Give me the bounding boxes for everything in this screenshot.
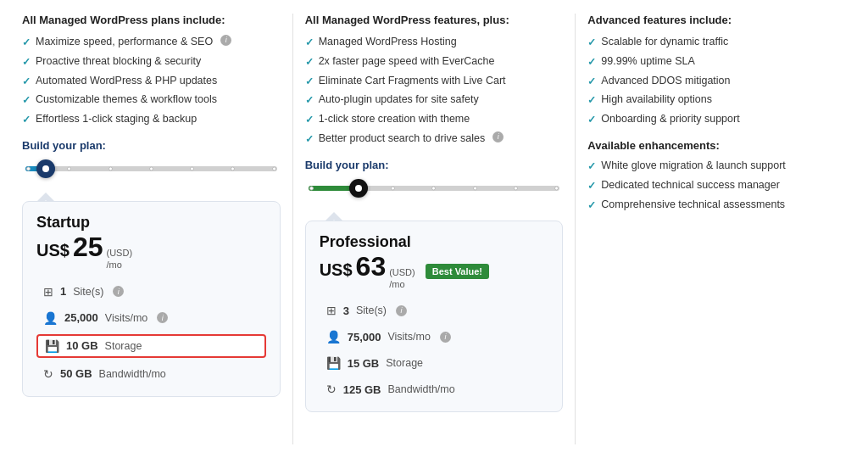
plan-card-wrapper-1: Startup US$ 25 (USD) /mo ⊞ 1 Site(s) i	[22, 193, 281, 397]
check-icon: ✓	[587, 113, 596, 127]
plan-slider-2[interactable]	[309, 180, 560, 197]
list-item: ✓ Scalable for dynamic traffic	[587, 35, 846, 50]
slider-thumb-1[interactable]	[36, 159, 55, 178]
sites-icon: ⊞	[43, 285, 53, 299]
list-item: ✓ Proactive threat blocking & security	[22, 54, 281, 70]
professional-plan-card: Professional US$ 63 (USD) /mo Best Value…	[305, 221, 564, 413]
spec-storage-1: 💾 10 GB Storage	[36, 334, 266, 358]
check-icon: ✓	[22, 55, 31, 70]
col2-section-title: All Managed WordPress features, plus:	[305, 14, 564, 26]
check-icon: ✓	[587, 159, 596, 174]
list-item: ✓ 99.99% uptime SLA	[587, 54, 846, 70]
list-item: ✓ 1-click store creation with theme	[305, 112, 564, 127]
spec-visits-2: 👤 75,000 Visits/mo i	[320, 327, 549, 347]
visits-icon: 👤	[43, 311, 58, 325]
plan-currency-1: US$	[36, 241, 70, 260]
col1-feature-list: ✓ Maximize speed, performance & SEO i ✓ …	[22, 35, 281, 127]
list-item: ✓ 2x faster page speed with EverCache	[305, 54, 564, 70]
check-icon: ✓	[587, 36, 596, 50]
col3-feature-list: ✓ Scalable for dynamic traffic ✓ 99.99% …	[587, 35, 846, 127]
check-icon: ✓	[305, 75, 314, 89]
check-icon: ✓	[587, 55, 596, 70]
enhancements-title: Available enhancements:	[587, 139, 846, 152]
check-icon: ✓	[587, 75, 596, 89]
check-icon: ✓	[587, 93, 596, 108]
spec-bandwidth-1: ↻ 50 GB Bandwidth/mo	[36, 364, 266, 384]
column-managed-wp-features: All Managed WordPress features, plus: ✓ …	[293, 14, 576, 444]
plan-price-meta-2: (USD) /mo	[389, 266, 415, 291]
list-item: ✓ Effortless 1-click staging & backup	[22, 112, 281, 127]
list-item: ✓ Eliminate Cart Fragments with Live Car…	[305, 74, 564, 89]
info-icon[interactable]: i	[157, 312, 168, 323]
check-icon: ✓	[22, 75, 31, 89]
column-advanced: Advanced features include: ✓ Scalable fo…	[576, 14, 858, 444]
check-icon: ✓	[587, 198, 596, 213]
check-icon: ✓	[22, 36, 31, 50]
plan-price-2: 63	[356, 253, 387, 280]
plan-price-1: 25	[73, 233, 103, 260]
info-icon[interactable]: i	[492, 131, 504, 142]
info-icon[interactable]: i	[396, 305, 407, 316]
check-icon: ✓	[22, 113, 31, 127]
col2-feature-list: ✓ Managed WordPress Hosting ✓ 2x faster …	[305, 35, 564, 147]
bandwidth-icon: ↻	[43, 367, 53, 381]
bandwidth-icon: ↻	[326, 383, 337, 396]
storage-icon: 💾	[45, 339, 59, 353]
check-icon: ✓	[22, 93, 31, 108]
list-item: ✓ Comprehensive technical assessments	[587, 198, 846, 213]
list-item: ✓ White glove migration & launch support	[587, 159, 846, 174]
info-icon[interactable]: i	[220, 35, 231, 46]
spec-storage-2: 💾 15 GB Storage	[320, 353, 549, 373]
main-container: All Managed WordPress plans include: ✓ M…	[0, 0, 868, 458]
info-icon[interactable]: i	[113, 286, 124, 297]
list-item: ✓ Automated WordPress & PHP updates	[22, 74, 281, 89]
spec-bandwidth-2: ↻ 125 GB Bandwidth/mo	[320, 379, 549, 399]
list-item: ✓ Maximize speed, performance & SEO i	[22, 35, 281, 50]
check-icon: ✓	[587, 179, 596, 193]
sites-icon: ⊞	[326, 304, 337, 317]
list-item: ✓ Advanced DDOS mitigation	[587, 74, 846, 89]
plan-price-meta-1: (USD) /mo	[107, 247, 133, 271]
build-plan-label-1: Build your plan:	[22, 139, 281, 152]
plan-name-1: Startup	[36, 214, 266, 232]
col3-section-title: Advanced features include:	[587, 14, 846, 26]
best-value-badge: Best Value!	[426, 264, 489, 279]
col1-section-title: All Managed WordPress plans include:	[22, 14, 281, 26]
check-icon: ✓	[305, 36, 314, 50]
list-item: ✓ Onboarding & priority support	[587, 112, 846, 127]
plan-price-row-2: US$ 63 (USD) /mo Best Value!	[320, 253, 549, 291]
plan-specs-1: ⊞ 1 Site(s) i 👤 25,000 Visits/mo i 💾 10 …	[36, 282, 266, 384]
check-icon: ✓	[305, 93, 314, 108]
list-item: ✓ Dedicated technical success manager	[587, 178, 846, 193]
slider-thumb-2[interactable]	[349, 179, 368, 198]
check-icon: ✓	[305, 55, 314, 70]
plan-currency-2: US$	[320, 260, 353, 280]
build-plan-label-2: Build your plan:	[305, 159, 564, 171]
col3-enhancements-list: ✓ White glove migration & launch support…	[587, 159, 846, 212]
list-item: ✓ Auto-plugin updates for site safety	[305, 92, 564, 108]
check-icon: ✓	[305, 132, 314, 147]
storage-icon: 💾	[326, 356, 341, 370]
plan-price-row-1: US$ 25 (USD) /mo	[36, 233, 266, 271]
check-icon: ✓	[305, 113, 314, 127]
visits-icon: 👤	[326, 330, 341, 344]
info-icon[interactable]: i	[440, 332, 451, 343]
plan-slider-1[interactable]	[25, 160, 277, 177]
list-item: ✓ Managed WordPress Hosting	[305, 35, 564, 50]
column-managed-wp: All Managed WordPress plans include: ✓ M…	[10, 14, 293, 444]
spec-sites-2: ⊞ 3 Site(s) i	[320, 300, 549, 321]
list-item: ✓ Customizable themes & workflow tools	[22, 92, 281, 108]
plan-name-2: Professional	[320, 233, 549, 251]
plan-specs-2: ⊞ 3 Site(s) i 👤 75,000 Visits/mo i 💾 15 …	[320, 300, 549, 399]
startup-plan-card: Startup US$ 25 (USD) /mo ⊞ 1 Site(s) i	[22, 201, 281, 397]
spec-visits-1: 👤 25,000 Visits/mo i	[36, 308, 266, 328]
spec-sites-1: ⊞ 1 Site(s) i	[36, 282, 266, 302]
plan-card-wrapper-2: Professional US$ 63 (USD) /mo Best Value…	[305, 212, 564, 413]
list-item: ✓ High availability options	[587, 92, 846, 108]
list-item: ✓ Better product search to drive sales i	[305, 131, 564, 147]
